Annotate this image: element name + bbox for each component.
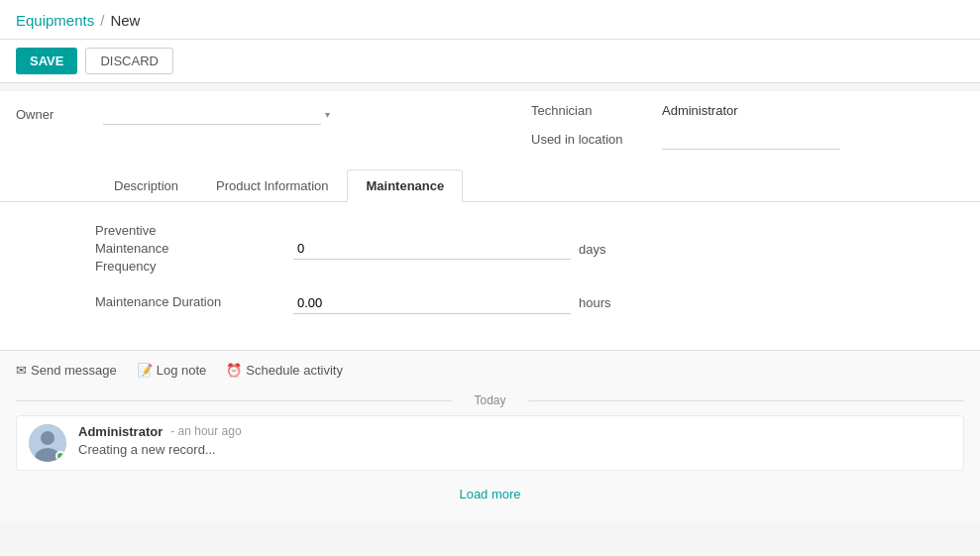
maintenance-content: Preventive Maintenance Frequency days Ma… xyxy=(0,202,980,350)
maintenance-duration-unit: hours xyxy=(579,295,611,310)
technician-value: Administrator xyxy=(662,103,738,118)
send-message-button[interactable]: ✉ Send message xyxy=(16,363,117,378)
owner-row: Owner ▾ Technician Administrator Used in… xyxy=(0,91,980,158)
log-note-icon: 📝 xyxy=(137,363,153,378)
send-message-icon: ✉ xyxy=(16,363,27,378)
online-status-dot xyxy=(55,451,65,461)
used-in-location-input[interactable] xyxy=(662,128,840,150)
preventive-frequency-row: Preventive Maintenance Frequency days xyxy=(95,222,964,277)
tab-product-information[interactable]: Product Information xyxy=(197,169,347,202)
message-author: Administrator xyxy=(78,424,163,439)
tabs: Description Product Information Maintena… xyxy=(95,169,964,201)
breadcrumb-bar: Equipments / New xyxy=(0,0,980,40)
log-note-button[interactable]: 📝 Log note xyxy=(137,363,207,378)
used-in-location-label: Used in location xyxy=(531,132,650,147)
schedule-activity-label: Schedule activity xyxy=(246,363,343,378)
maintenance-duration-label: Maintenance Duration xyxy=(95,293,293,311)
timeline-today: Today xyxy=(16,393,964,407)
send-message-label: Send message xyxy=(31,363,117,378)
owner-input[interactable] xyxy=(103,103,321,125)
message-text: Creating a new record... xyxy=(78,442,951,457)
maintenance-duration-row: Maintenance Duration hours xyxy=(95,292,964,314)
used-in-location-row: Used in location xyxy=(531,128,840,150)
log-note-label: Log note xyxy=(157,363,207,378)
breadcrumb: Equipments / New xyxy=(16,12,964,29)
load-more-link[interactable]: Load more xyxy=(459,487,520,501)
svg-point-1 xyxy=(41,431,54,445)
schedule-activity-icon: ⏰ xyxy=(226,363,242,378)
preventive-frequency-input[interactable] xyxy=(293,238,571,260)
action-bar: SAVE DISCARD xyxy=(0,40,980,83)
avatar xyxy=(29,424,66,462)
message-time: - an hour ago xyxy=(170,424,241,438)
message-area: ✉ Send message 📝 Log note ⏰ Schedule act… xyxy=(0,350,980,521)
breadcrumb-separator: / xyxy=(100,12,104,29)
owner-section: Owner ▾ xyxy=(16,103,412,125)
tab-description[interactable]: Description xyxy=(95,169,197,202)
technician-row: Technician Administrator xyxy=(531,103,840,118)
tabs-container: Description Product Information Maintena… xyxy=(0,158,980,202)
tab-maintenance[interactable]: Maintenance xyxy=(347,169,463,202)
load-more[interactable]: Load more xyxy=(16,479,964,509)
preventive-frequency-unit: days xyxy=(579,242,605,257)
breadcrumb-current: New xyxy=(110,12,140,29)
save-button[interactable]: SAVE xyxy=(16,48,77,74)
owner-label: Owner xyxy=(16,107,95,122)
preventive-frequency-label: Preventive Maintenance Frequency xyxy=(95,222,293,277)
breadcrumb-link-equipments[interactable]: Equipments xyxy=(16,12,94,29)
discard-button[interactable]: DISCARD xyxy=(85,48,173,74)
message-actions: ✉ Send message 📝 Log note ⏰ Schedule act… xyxy=(16,363,964,378)
message-item: Administrator - an hour ago Creating a n… xyxy=(16,415,964,471)
technician-label: Technician xyxy=(531,103,650,118)
schedule-activity-button[interactable]: ⏰ Schedule activity xyxy=(226,363,343,378)
right-fields: Technician Administrator Used in locatio… xyxy=(531,103,840,150)
owner-dropdown-icon[interactable]: ▾ xyxy=(325,109,330,120)
timeline-today-label: Today xyxy=(474,393,505,407)
maintenance-duration-input[interactable] xyxy=(293,292,571,314)
message-header: Administrator - an hour ago xyxy=(78,424,951,439)
message-body: Administrator - an hour ago Creating a n… xyxy=(78,424,951,457)
main-content: Owner ▾ Technician Administrator Used in… xyxy=(0,91,980,350)
